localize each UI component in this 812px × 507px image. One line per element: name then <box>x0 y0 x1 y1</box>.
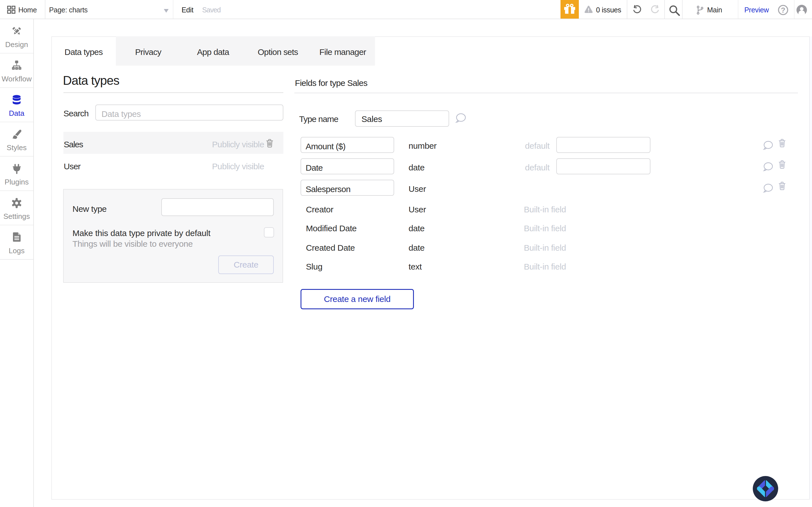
svg-text:?: ? <box>781 6 785 14</box>
